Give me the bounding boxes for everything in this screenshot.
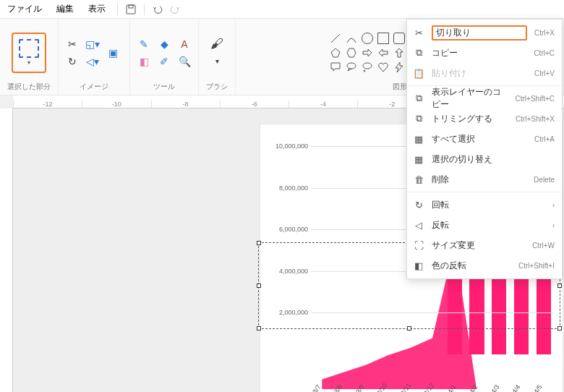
ruler-vertical bbox=[0, 108, 13, 392]
chevron-down-icon[interactable]: ▾ bbox=[210, 55, 223, 68]
svg-rect-0 bbox=[127, 5, 135, 14]
shape-arrow-l-icon[interactable] bbox=[377, 47, 389, 59]
shape-callout-round-icon[interactable] bbox=[346, 61, 357, 73]
svg-point-13 bbox=[363, 63, 372, 69]
rect-select-tool[interactable]: ▾ bbox=[12, 33, 46, 73]
ctx-表示レイヤーのコピー[interactable]: ⧉表示レイヤーのコピーCtrl+Shift+C bbox=[407, 88, 562, 108]
ctx-貼り付け: 📋貼り付けCtrl+V bbox=[407, 63, 562, 83]
shape-hexagon-icon[interactable] bbox=[346, 47, 357, 59]
ctx-削除[interactable]: 🗑削除Delete bbox=[407, 169, 562, 189]
eraser-icon[interactable]: ◧ bbox=[137, 55, 150, 68]
context-menu: ✂切り取りCtrl+X⧉コピーCtrl+C📋貼り付けCtrl+V⧉表示レイヤーの… bbox=[406, 19, 563, 279]
group-label: ブラシ bbox=[206, 82, 228, 93]
group-label: ツール bbox=[153, 82, 175, 93]
group-label: 図形 bbox=[393, 82, 407, 93]
rotate-icon[interactable]: ↻ bbox=[66, 55, 79, 68]
shape-oval-icon[interactable] bbox=[362, 33, 373, 44]
svg-point-14 bbox=[364, 70, 365, 72]
group-label: イメージ bbox=[80, 82, 108, 93]
brush-icon[interactable]: 🖌 bbox=[210, 38, 223, 51]
rect-select-icon bbox=[19, 39, 39, 58]
group-label: 選択した部分 bbox=[7, 82, 51, 93]
shape-heart-icon[interactable] bbox=[377, 61, 389, 73]
ctx-サイズ変更[interactable]: ⛶サイズ変更Ctrl+W bbox=[407, 235, 562, 255]
picker-icon[interactable]: ✐ bbox=[158, 55, 171, 68]
svg-point-12 bbox=[347, 63, 356, 69]
ctx-コピー[interactable]: ⧉コピーCtrl+C bbox=[407, 43, 562, 63]
shape-rect-icon[interactable] bbox=[377, 33, 389, 44]
svg-marker-8 bbox=[347, 48, 356, 57]
undo-icon[interactable] bbox=[149, 2, 166, 17]
group-selection: ▾ 選択した部分 bbox=[0, 19, 59, 95]
svg-marker-15 bbox=[396, 62, 403, 72]
zoom-icon[interactable]: 🔍 bbox=[178, 55, 191, 68]
ctx-トリミングする[interactable]: ⧉トリミングするCtrl+Shift+X bbox=[407, 108, 562, 129]
shape-callout-rect-icon[interactable] bbox=[330, 61, 341, 73]
text-icon[interactable]: A bbox=[178, 38, 191, 51]
shape-line-icon[interactable] bbox=[330, 33, 341, 44]
menubar: ファイル 編集 表示 bbox=[0, 0, 564, 19]
menu-edit[interactable]: 編集 bbox=[49, 0, 81, 18]
flip-icon[interactable]: ◁▾ bbox=[86, 55, 99, 68]
shape-callout-cloud-icon[interactable] bbox=[362, 61, 373, 73]
ctx-反転[interactable]: ◁反転› bbox=[407, 215, 562, 235]
ctx-選択の切り替え[interactable]: ▦選択の切り替え bbox=[407, 149, 562, 169]
group-tool: ✎ ◆ A ◧ ✐ 🔍 ツール bbox=[130, 19, 199, 95]
shape-roundrect-icon[interactable] bbox=[393, 33, 405, 44]
divider bbox=[117, 4, 118, 15]
resize-icon[interactable]: ◱▾ bbox=[86, 38, 99, 51]
ctx-切り取り[interactable]: ✂切り取りCtrl+X bbox=[407, 22, 562, 43]
svg-line-2 bbox=[331, 34, 340, 43]
save-icon[interactable] bbox=[122, 2, 140, 17]
shape-lightning-icon[interactable] bbox=[393, 61, 405, 73]
ctx-すべて選択[interactable]: ▦すべて選択Ctrl+A bbox=[407, 129, 562, 149]
fill-icon[interactable]: ◆ bbox=[158, 38, 171, 51]
svg-rect-1 bbox=[129, 5, 133, 8]
redo-icon[interactable] bbox=[166, 2, 184, 17]
shape-pentagon-icon[interactable] bbox=[330, 47, 341, 59]
layers-icon[interactable]: ▣ bbox=[103, 46, 122, 59]
divider bbox=[144, 4, 145, 15]
shape-arrow-r-icon[interactable] bbox=[362, 47, 373, 59]
chevron-down-icon: ▾ bbox=[27, 59, 30, 66]
svg-marker-7 bbox=[331, 48, 340, 57]
ctx-色の反転[interactable]: ◧色の反転Ctrl+Shift+I bbox=[407, 255, 562, 276]
group-brush: 🖌 ▾ ブラシ bbox=[199, 19, 236, 95]
shape-curve-icon[interactable] bbox=[346, 33, 357, 44]
group-image: ✂ ◱▾ ↻ ◁▾ ▣ イメージ bbox=[59, 19, 130, 95]
menu-file[interactable]: ファイル bbox=[0, 0, 49, 18]
crop-icon[interactable]: ✂ bbox=[66, 38, 79, 51]
ctx-回転[interactable]: ↻回転› bbox=[407, 195, 562, 215]
pencil-icon[interactable]: ✎ bbox=[137, 38, 150, 51]
x-axis-labels: 2023/72023/82023/92023/102023/112023/122… bbox=[311, 383, 554, 391]
shape-arrow-u-icon[interactable] bbox=[393, 47, 405, 59]
menu-view[interactable]: 表示 bbox=[81, 0, 113, 18]
